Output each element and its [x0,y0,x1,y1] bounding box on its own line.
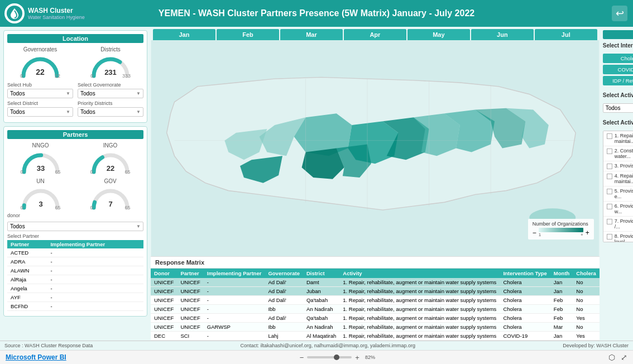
tab-may[interactable]: May [407,29,470,40]
priority-label: Priority Districts [78,100,143,106]
activity-tag[interactable]: Cholera [603,54,633,63]
activity-list-item[interactable]: 8. Provide water filters for household l… [603,232,633,242]
table-row: UNICEF UNICEF - Ad Dali' Qa'tabah 1. Rep… [151,314,600,323]
zoom-plus[interactable]: + [355,353,359,362]
table-row: UNICEF UNICEF - Ad Dali' Juban 1. Repair… [151,287,600,296]
districts-gauge: Districts 231 0 333 [78,46,143,79]
activity-tag[interactable]: COVID-19 [603,65,633,74]
response-matrix-section: Response Matrix DonorPartnerImplementing… [151,256,600,341]
districts-label: Districts [78,46,143,52]
activity-checkbox[interactable] [607,149,612,154]
activity-list-item[interactable]: 4. Repair, rehabilitate, augment or main… [603,171,633,186]
partner-col-header: Partner [7,240,47,248]
logo-title: WASH Cluster [28,7,85,15]
activity-theme-select[interactable]: Todos ▼ [603,103,633,113]
tab-apr[interactable]: Apr [344,29,406,40]
activity-checkbox[interactable] [607,234,612,240]
activity-checkbox[interactable] [607,133,612,139]
table-row: UNICEF UNICEF GARWSP Ibb An Nadirah 1. R… [151,323,600,332]
zoom-minus[interactable]: − [300,353,304,362]
left-panel: Location Governorates 22 0 22 [0,27,151,341]
fullscreen-icon[interactable]: ⤢ [621,353,627,362]
priority-select[interactable]: Todos ▼ [78,107,143,117]
activity-list-item[interactable]: 3. Provision of water treatment system [603,161,633,171]
nngo-gauge: NNGO 33 0 65 [7,142,74,175]
activity-list-item[interactable]: 1. Repair, rehabilitate, augment or main… [603,131,633,146]
svg-text:231: 231 [104,68,117,76]
svg-text:22: 22 [106,164,114,173]
donor-select[interactable]: Todos ▼ [7,222,143,231]
list-item: Angela- [7,284,143,293]
svg-text:7: 7 [108,200,112,208]
activity-checkbox[interactable] [607,204,612,209]
activity-checkbox[interactable] [607,189,612,194]
table-row: UNICEF UNICEF - Ad Dali' Damt 1. Repair,… [151,278,600,287]
svg-text:22: 22 [36,68,45,76]
table-row: UNICEF UNICEF - Ibb An Nadirah 1. Repair… [151,305,600,314]
zoom-slider[interactable] [307,356,352,358]
tab-jun[interactable]: Jun [471,29,534,40]
list-item: CARE- [7,311,143,313]
gov-chevron: ▼ [136,91,141,96]
zoom-level: 82% [365,355,375,360]
donor-label: donor [7,213,20,218]
district-select[interactable]: Todos ▼ [7,107,73,117]
gov-label: Select Governorate [78,82,143,88]
power-bi-link[interactable]: Microsoft Power BI [6,353,66,361]
matrix-col-header: Month [550,269,573,278]
tab-jul[interactable]: Jul [535,29,597,40]
svg-text:33: 33 [36,164,44,173]
legend-title: Number of Organizations [533,221,589,227]
activity-tag[interactable]: IDP / Returnee [603,76,633,85]
activity-list-item[interactable]: 5. Provision of solid waste management e… [603,186,633,202]
list-item: ALAWN- [7,266,143,275]
partner-table-wrap[interactable]: Partner Implementing Partner ACTED-ADRA-… [7,240,143,313]
map-container[interactable]: Number of Organizations − 1+ + [151,40,600,256]
location-section: Location Governorates 22 0 22 [3,30,147,123]
matrix-col-header: Implementing Partner [204,269,265,278]
list-item: AYF- [7,293,143,302]
table-row: DEC SCI - Lahj Al Maqatirah 1. Repair, r… [151,332,600,341]
governorates-label: Governorates [7,46,73,52]
activity-list-item[interactable]: 6. Provide access to safe water through … [603,202,633,217]
page-title: YEMEN - WASH Cluster Partners Presence (… [159,8,474,18]
back-button[interactable]: ↩ [612,6,627,21]
dist-max: 333 [122,73,131,79]
matrix-col-header: Donor [151,269,177,278]
svg-text:3: 3 [39,200,42,208]
matrix-col-header: Cholera [573,269,599,278]
legend-gradient [539,228,583,232]
governorates-gauge: Governorates 22 0 22 [7,46,73,79]
gov-select[interactable]: Todos ▼ [78,89,143,98]
activity-list[interactable]: 1. Repair, rehabilitate, augment or main… [603,131,633,242]
table-row: UNICEF UNICEF - Ad Dali' Qa'tabah 1. Rep… [151,296,600,305]
gov-partner-label: GOV [77,178,143,184]
select-activity-label: Select Activity [603,119,633,126]
activity-list-item[interactable]: 2. Construction and rehabilitation of wa… [603,146,633,161]
activity-checkbox[interactable] [607,174,612,179]
map-legend: Number of Organizations − 1+ + [528,219,594,240]
tab-jan[interactable]: Jan [153,29,215,40]
activity-list-item[interactable]: 7. Provide communal water points (tanks … [603,217,633,232]
list-item: AlRaja- [7,275,143,284]
share-icon[interactable]: ⬡ [608,353,615,362]
matrix-col-header: Intervention Type [500,269,550,278]
matrix-col-header: Partner [177,269,203,278]
legend-plus: + [586,229,589,237]
logo: WASH Cluster Water Sanitation Hygiene [4,3,85,23]
partner-table: Partner Implementing Partner ACTED-ADRA-… [7,240,143,313]
priority-chevron: ▼ [136,109,141,114]
tab-feb[interactable]: Feb [217,29,279,40]
legend-scale: 1+ [539,232,583,237]
un-gauge: UN 3 0 65 [7,178,74,210]
gov-gauge: GOV 7 0 65 [77,178,143,210]
matrix-table-wrap[interactable]: DonorPartnerImplementing PartnerGovernor… [151,269,600,341]
legend-minus: − [533,229,536,237]
select-partner-label: Select Partner [7,233,143,239]
partners-header: Partners [7,130,143,139]
tab-mar[interactable]: Mar [280,29,343,40]
hub-select[interactable]: Todos ▼ [7,89,73,98]
matrix-col-header: Governorate [265,269,303,278]
activity-checkbox[interactable] [607,219,612,224]
activity-checkbox[interactable] [607,164,612,169]
